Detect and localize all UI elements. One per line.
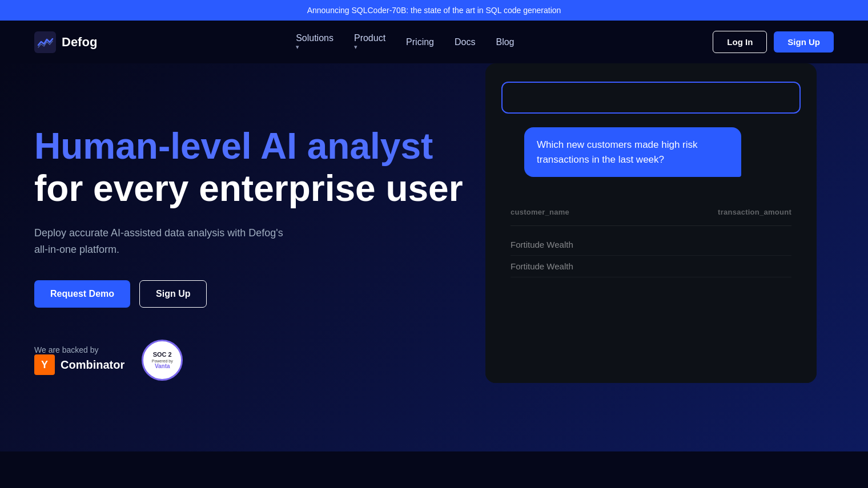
hero-section: Human-level AI analyst for every enterpr… xyxy=(0,63,868,451)
backed-by-text: We are backed by xyxy=(34,345,124,354)
nav-item-docs[interactable]: Docs xyxy=(455,37,475,47)
table-col-amount: transaction_amount xyxy=(718,208,791,216)
soc2-powered: Powered by xyxy=(152,359,173,363)
nav-solutions-label: Solutions xyxy=(296,33,333,43)
chat-table-header: customer_name transaction_amount xyxy=(511,203,791,226)
logo-icon xyxy=(34,31,56,53)
yc-text: Combinator xyxy=(61,358,124,372)
nav-item-solutions[interactable]: Solutions ▾ xyxy=(296,33,333,51)
nav-actions: Log In Sign Up xyxy=(713,31,834,53)
login-button[interactable]: Log In xyxy=(713,31,767,53)
table-cell-name-1: Fortitude Wealth xyxy=(511,240,573,249)
chevron-down-icon: ▾ xyxy=(296,43,333,51)
nav-blog-label: Blog xyxy=(496,37,514,47)
logo-text: Defog xyxy=(62,35,97,50)
request-demo-button[interactable]: Request Demo xyxy=(34,280,130,308)
nav-item-blog[interactable]: Blog xyxy=(496,37,514,47)
chat-fade-overlay xyxy=(485,314,817,383)
hero-title-white: for every enterprise user xyxy=(34,168,468,208)
soc2-brand: Vanta xyxy=(155,363,170,369)
logo[interactable]: Defog xyxy=(34,31,97,53)
chat-table: customer_name transaction_amount Fortitu… xyxy=(501,194,801,287)
nav-docs-label: Docs xyxy=(455,37,475,47)
chevron-down-icon: ▾ xyxy=(354,43,385,51)
chat-demo: Which new customers made high risk trans… xyxy=(485,63,817,383)
chat-input-bar[interactable] xyxy=(501,82,801,114)
table-row: Fortitude Wealth xyxy=(511,256,791,277)
nav-item-pricing[interactable]: Pricing xyxy=(406,37,434,47)
navbar: Defog Solutions ▾ Product ▾ Pricing Docs… xyxy=(0,21,868,63)
yc-logo: Y xyxy=(34,354,55,375)
announcement-bar: Announcing SQLCoder-70B: the state of th… xyxy=(0,0,868,21)
hero-buttons: Request Demo Sign Up xyxy=(34,280,468,308)
hero-signup-button[interactable]: Sign Up xyxy=(139,280,207,308)
nav-item-product[interactable]: Product ▾ xyxy=(354,33,385,51)
nav-links: Solutions ▾ Product ▾ Pricing Docs Blog xyxy=(296,33,514,51)
hero-description: Deploy accurate AI-assisted data analysi… xyxy=(34,225,291,258)
soc2-title: SOC 2 xyxy=(153,351,172,358)
chat-bubble: Which new customers made high risk trans… xyxy=(524,127,741,177)
backed-section: We are backed by Y Combinator SOC 2 Powe… xyxy=(34,340,468,381)
soc2-badge: SOC 2 Powered by Vanta xyxy=(142,340,183,381)
announcement-text: Announcing SQLCoder-70B: the state of th… xyxy=(307,6,561,15)
hero-title-colored: Human-level AI analyst xyxy=(34,126,468,166)
yc-badge: Y Combinator xyxy=(34,354,124,375)
signup-nav-button[interactable]: Sign Up xyxy=(774,31,834,53)
table-col-name: customer_name xyxy=(511,208,569,216)
nav-pricing-label: Pricing xyxy=(406,37,434,47)
nav-product-label: Product xyxy=(354,33,385,43)
hero-right: Which new customers made high risk trans… xyxy=(468,63,834,383)
table-cell-name-2: Fortitude Wealth xyxy=(511,261,573,271)
table-row: Fortitude Wealth xyxy=(511,234,791,256)
hero-left: Human-level AI analyst for every enterpr… xyxy=(34,103,468,381)
